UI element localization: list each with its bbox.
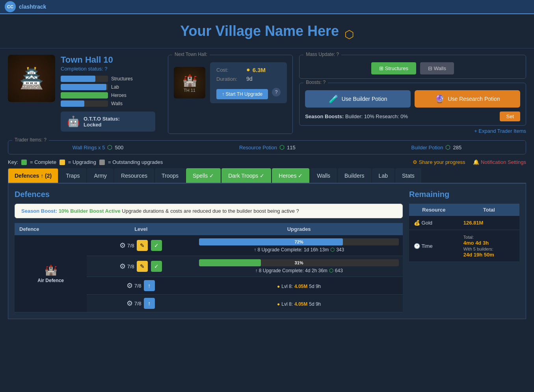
remaining-table-body: 💰 Gold 126.81M 🕐 Time Total: 4mo 4d 3h	[409, 216, 519, 262]
tab-resources[interactable]: Resources	[114, 168, 154, 183]
th-image: 🏯	[8, 55, 55, 102]
next-th-help-button[interactable]: ?	[272, 88, 281, 97]
upgrade-pct-2: 31%	[295, 260, 303, 265]
key-outstanding-box	[99, 160, 105, 165]
tab-walls[interactable]: Walls	[310, 168, 337, 183]
upgrade-bar-2: 31%	[199, 259, 399, 266]
upgrade-pct-1: 72%	[295, 240, 303, 244]
season-boosts-row: Season Boosts: Builder: 10% Research: 0%…	[305, 111, 520, 121]
defences-section: Defences Season Boost: 10% Builder Boost…	[15, 190, 403, 312]
th-preview-image: 🏰 TH 11	[174, 67, 205, 98]
tab-troops[interactable]: Troops	[155, 168, 185, 183]
duration-label: Duration:	[216, 76, 244, 82]
gem-icon-2: ⬡	[279, 144, 285, 151]
tab-spells[interactable]: Spells ✓	[186, 168, 221, 183]
upgrade-cell-2: 31% ↑ 8 Upgrade Complete: 4d 2h 36m ⬡ 64…	[195, 256, 403, 277]
remaining-builders-label: With 5 builders:	[463, 247, 493, 251]
tab-stats[interactable]: Stats	[395, 168, 421, 183]
check-button-2[interactable]: ✓	[151, 261, 162, 272]
notification-settings-link[interactable]: 🔔 Notification Settings	[473, 159, 526, 165]
up-button-4[interactable]: ↑	[144, 298, 155, 309]
duration-value: 9d	[246, 76, 253, 82]
start-upgrade-button[interactable]: ↑ Start TH Upgrade	[216, 89, 268, 99]
remaining-total-value: 4mo 4d 3h	[463, 240, 489, 246]
tab-army[interactable]: Army	[87, 168, 113, 183]
gold-icon: 💰	[414, 220, 420, 226]
next-th-label: Next Town Hall:	[172, 52, 210, 57]
check-button-1[interactable]: ✓	[151, 240, 162, 251]
col-upgrades: Upgrades	[195, 223, 403, 235]
edit-button-2[interactable]: ✎	[137, 261, 148, 272]
cost-duration-box: Cost: ● 6.3M Duration: 9d ↑ Start TH Upg…	[210, 62, 287, 103]
level-cell-1: ⚙ 7/8 ✎ ✓	[87, 235, 195, 256]
key-prefix: Key:	[8, 159, 18, 165]
level-cell-3: ⚙ 7/8 ↑	[87, 277, 195, 295]
tab-lab[interactable]: Lab	[372, 168, 394, 183]
right-col: Mass Update: ? ⊞ Structures ⊟ Walls Boos…	[299, 55, 526, 134]
gem-icon-3: ⬡	[445, 144, 450, 151]
gem-icon-1: ⬡	[107, 144, 112, 151]
progress-heroes: 100% Heroes	[61, 92, 162, 98]
logo-text: clashtrack	[19, 4, 46, 10]
level-display-2: 7/8	[127, 264, 134, 269]
remaining-total-label: Total:	[463, 235, 474, 240]
upgrade-fill-2	[199, 259, 261, 266]
remaining-gold-label: 💰 Gold	[409, 216, 459, 230]
th-info: Town Hall 10 Completion status: ? 73% St…	[61, 55, 162, 132]
level-icon-1: ⚙	[119, 241, 126, 250]
trader-resource-potion[interactable]: Resource Potion ⬡ 115	[239, 144, 296, 151]
level-icon-3: ⚙	[127, 281, 133, 290]
tab-heroes[interactable]: Heroes ✓	[272, 168, 309, 183]
upgrade-bar-1: 72%	[199, 238, 399, 245]
tab-dark-troops[interactable]: Dark Troops ✓	[221, 168, 271, 183]
up-button-3[interactable]: ↑	[144, 280, 155, 291]
use-research-potion-button[interactable]: 🔮 Use Research Potion	[415, 90, 520, 108]
progress-label-walls: Walls	[111, 101, 123, 106]
progress-label-structures: Structures	[111, 76, 133, 82]
remaining-gold-value: 126.81M	[459, 216, 519, 230]
remaining-col-resource: Resource	[409, 204, 459, 216]
trader-wall-rings[interactable]: Wall Rings x 5 ⬡ 500	[73, 144, 123, 151]
edit-button-1[interactable]: ✎	[137, 240, 148, 251]
th-card: 🏯 Town Hall 10 Completion status: ? 73% …	[8, 55, 162, 134]
mass-update-walls-button[interactable]: ⊟ Walls	[420, 62, 454, 74]
progress-lab: 97% Lab	[61, 84, 162, 90]
logo-area: CC clashtrack	[5, 1, 46, 12]
col-defence: Defence	[15, 223, 87, 235]
mass-update-structures-button[interactable]: ⊞ Structures	[371, 62, 416, 74]
tab-traps[interactable]: Traps	[59, 168, 86, 183]
expand-trader-link[interactable]: + Expand Trader Items	[299, 128, 526, 134]
gem-value-1: 343	[336, 247, 344, 253]
remaining-table-head: Resource Total	[409, 204, 519, 216]
structures-icon: ⊞	[379, 65, 383, 71]
season-boosts-values: Builder: 10% Research: 0%	[345, 113, 408, 119]
next-th-inner: 🏰 TH 11 Cost: ● 6.3M Duration: 9d ↑ Star…	[174, 62, 287, 103]
col-level: Level	[87, 223, 195, 235]
clock-icon: 🕐	[414, 243, 420, 249]
progress-label-lab: Lab	[111, 84, 119, 90]
remaining-time-row: 🕐 Time Total: 4mo 4d 3h With 5 builders:…	[409, 230, 519, 262]
gem-value-2: 643	[335, 268, 343, 273]
duration-4: 5d 9h	[309, 301, 321, 307]
key-row: Key: = Complete = Upgrading = Outstandin…	[8, 159, 526, 165]
use-builder-potion-button[interactable]: 🧪 Use Builder Potion	[305, 90, 411, 108]
mass-update-label: Mass Update: ?	[303, 52, 341, 57]
tab-defences[interactable]: Defences ↑ (2)	[8, 168, 58, 183]
walls-icon: ⊟	[428, 65, 432, 71]
defence-table-body: 🏰 Air Defence ⚙ 7/8 ✎ ✓	[15, 235, 403, 312]
progress-walls: 50.3% Walls	[61, 100, 162, 107]
key-complete-box	[21, 160, 27, 165]
remaining-gold-amount: 126.81M	[463, 220, 484, 226]
wall-rings-name: Wall Rings x 5	[73, 145, 105, 150]
trader-builder-potion[interactable]: Builder Potion ⬡ 285	[411, 144, 461, 151]
research-potion-icon: 🔮	[435, 94, 445, 104]
share-icon[interactable]: ⬡	[344, 28, 354, 41]
defence-table-header-row: Defence Level Upgrades	[15, 223, 403, 235]
key-outstanding-label: = Outstanding upgrades	[108, 159, 163, 165]
tab-builders[interactable]: Builders	[338, 168, 371, 183]
key-upgrading-box	[60, 160, 65, 165]
page-title: Your Village Name Here	[180, 23, 339, 39]
share-progress-link[interactable]: ⚙ Share your progress	[413, 159, 465, 165]
set-button[interactable]: Set	[500, 111, 520, 121]
th-name: Town Hall 10	[61, 55, 162, 65]
